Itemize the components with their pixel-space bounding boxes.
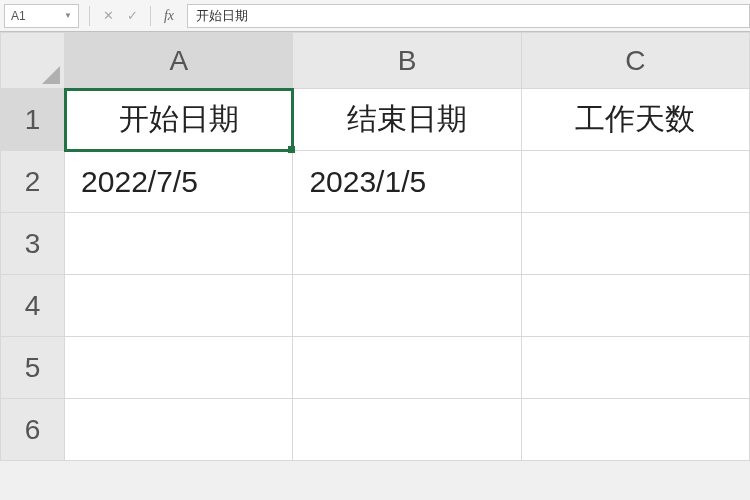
name-box[interactable]: A1 ▼ — [4, 4, 79, 28]
cell-c1[interactable]: 工作天数 — [521, 89, 749, 151]
cell-b1[interactable]: 结束日期 — [293, 89, 521, 151]
formula-input-value: 开始日期 — [196, 7, 248, 25]
cell-a2[interactable]: 2022/7/5 — [65, 151, 293, 213]
divider — [89, 6, 90, 26]
row-header-3[interactable]: 3 — [1, 213, 65, 275]
formula-input[interactable]: 开始日期 — [187, 4, 750, 28]
spreadsheet-grid: A B C 1 开始日期 结束日期 工作天数 2 2022/7/5 2023/1… — [0, 32, 750, 461]
row-header-5[interactable]: 5 — [1, 337, 65, 399]
cell-a5[interactable] — [65, 337, 293, 399]
cell-a4[interactable] — [65, 275, 293, 337]
cell-b3[interactable] — [293, 213, 521, 275]
col-header-c[interactable]: C — [521, 33, 749, 89]
cell-a3[interactable] — [65, 213, 293, 275]
cell-a1[interactable]: 开始日期 — [65, 89, 293, 151]
cell-c3[interactable] — [521, 213, 749, 275]
col-header-a[interactable]: A — [65, 33, 293, 89]
confirm-icon: ✓ — [120, 4, 144, 28]
cell-c2[interactable] — [521, 151, 749, 213]
cancel-icon: ✕ — [96, 4, 120, 28]
cell-a6[interactable] — [65, 399, 293, 461]
row-header-6[interactable]: 6 — [1, 399, 65, 461]
cell-b6[interactable] — [293, 399, 521, 461]
formula-bar: A1 ▼ ✕ ✓ fx 开始日期 — [0, 0, 750, 32]
col-header-b[interactable]: B — [293, 33, 521, 89]
divider — [150, 6, 151, 26]
row-header-4[interactable]: 4 — [1, 275, 65, 337]
chevron-down-icon[interactable]: ▼ — [64, 11, 72, 20]
select-all-corner[interactable] — [1, 33, 65, 89]
cell-c6[interactable] — [521, 399, 749, 461]
cell-b5[interactable] — [293, 337, 521, 399]
cell-c5[interactable] — [521, 337, 749, 399]
cell-b2[interactable]: 2023/1/5 — [293, 151, 521, 213]
fx-icon[interactable]: fx — [157, 4, 181, 28]
row-header-2[interactable]: 2 — [1, 151, 65, 213]
cell-c4[interactable] — [521, 275, 749, 337]
cell-b4[interactable] — [293, 275, 521, 337]
row-header-1[interactable]: 1 — [1, 89, 65, 151]
name-box-value: A1 — [11, 9, 26, 23]
